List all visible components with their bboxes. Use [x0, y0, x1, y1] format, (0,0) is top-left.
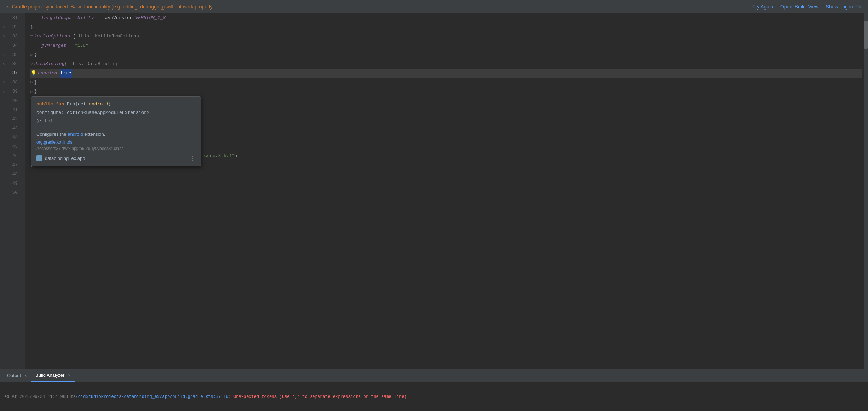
line-number-41: 41: [0, 105, 21, 115]
build-analyzer-tab-close[interactable]: ×: [68, 373, 70, 378]
fold-arrow-39[interactable]: ▷: [30, 87, 33, 96]
code-area: 31 ▷32 ▽33 34 ▷35 ▽36 37 ▷38 ▷39 40 41 4…: [0, 13, 868, 369]
line-number-32: ▷32: [0, 23, 21, 32]
line-number-37: 37: [0, 69, 21, 78]
bottom-panel: Output × Build Analyzer × ed At 2023/09/…: [0, 369, 868, 411]
tooltip-secondary-info: Accessors377twfxlhpj2n65rquy9ybeqsKt.cla…: [36, 146, 196, 151]
tooltip-popup: public fun Project.android( configure: A…: [31, 96, 201, 166]
line-number-36: ▽36: [0, 59, 21, 69]
line-number-39: ▷39: [0, 87, 21, 96]
show-log-button[interactable]: Show Log in File: [826, 4, 862, 10]
line-number-31: 31: [0, 13, 21, 23]
android-link[interactable]: android: [68, 132, 83, 137]
code-line-33: ▽kotlinOptions { this: KotlinJvmOptions: [30, 32, 862, 41]
tab-build-analyzer[interactable]: Build Analyzer ×: [31, 369, 75, 382]
line-number-35: ▷35: [0, 50, 21, 59]
line-numbers-gutter: 31 ▷32 ▽33 34 ▷35 ▽36 37 ▷38 ▷39 40 41 4…: [0, 13, 25, 369]
file-icon: [36, 155, 42, 161]
tooltip-signature-line3: ): Unit: [36, 117, 196, 126]
code-line-36: ▽dataBinding{ this: DataBinding: [30, 59, 862, 69]
line-number-44: 44: [0, 133, 21, 142]
status-error-message: : Unexpected tokens (use ';' to separate…: [228, 394, 407, 399]
tooltip-source-link[interactable]: org.gradle.kotlin.dsl: [36, 140, 196, 145]
bottom-status-bar: ed At 2023/09/24 11:4 983 ms /oidStudioP…: [0, 382, 868, 411]
bottom-tabs: Output × Build Analyzer ×: [0, 369, 868, 382]
open-build-view-button[interactable]: Open 'Build' View: [780, 4, 819, 10]
error-message: Gradle project sync failed. Basic functi…: [12, 4, 753, 10]
line-number-40: 40: [0, 96, 21, 105]
line-number-43: 43: [0, 124, 21, 133]
line-number-46: 46: [0, 151, 21, 161]
tooltip-file-row[interactable]: databinding_ex.app: [36, 154, 196, 162]
try-again-button[interactable]: Try Again: [752, 4, 773, 10]
tooltip-header: public fun Project.android( configure: A…: [31, 97, 201, 128]
fold-arrow-33[interactable]: ▽: [30, 32, 33, 41]
line-number-34: 34: [0, 41, 21, 50]
tab-output[interactable]: Output ×: [3, 369, 31, 382]
line-number-50: 50: [0, 188, 21, 197]
line-number-47: 47: [0, 161, 21, 170]
cursor-selection: true: [60, 69, 71, 78]
code-line-31: targetCompatibility = JavaVersion.VERSIO…: [30, 13, 862, 23]
vertical-scrollbar[interactable]: [864, 13, 868, 369]
tooltip-body: Configures the android extension. org.gr…: [31, 128, 201, 166]
code-line-38: ▷}: [30, 78, 862, 87]
line-number-45: 45: [0, 142, 21, 151]
tooltip-signature-line1: public fun Project.android(: [36, 100, 196, 109]
error-icon: ⚠: [6, 3, 9, 10]
tooltip-signature-line2: configure: Action<BaseAppModuleExtension…: [36, 109, 196, 117]
status-prefix: ed At 2023/09/24 11:4 983 ms: [4, 394, 76, 399]
scrollbar-thumb[interactable]: [864, 21, 868, 49]
tooltip-file-name: databinding_ex.app: [45, 156, 85, 161]
status-path-link[interactable]: /oidStudioProjects/databinding_ex/app/bu…: [76, 394, 228, 399]
fold-arrow-38[interactable]: ▷: [30, 78, 33, 87]
tooltip-more-button[interactable]: ⋮: [188, 155, 198, 163]
line-number-33: ▽33: [0, 32, 21, 41]
output-tab-close[interactable]: ×: [24, 373, 27, 378]
code-line-32: }: [30, 23, 862, 32]
output-tab-label: Output: [7, 373, 21, 378]
warning-bulb-icon[interactable]: 💡: [30, 69, 36, 78]
error-bar: ⚠ Gradle project sync failed. Basic func…: [0, 0, 868, 13]
bottom-content: ed At 2023/09/24 11:4 983 ms /oidStudioP…: [0, 382, 868, 411]
code-editor: 31 ▷32 ▽33 34 ▷35 ▽36 37 ▷38 ▷39 40 41 4…: [0, 13, 868, 369]
code-line-37: 💡enabled true: [30, 69, 862, 78]
fold-arrow-36[interactable]: ▽: [30, 59, 33, 69]
code-line-35: ▷}: [30, 50, 862, 59]
error-actions: Try Again Open 'Build' View Show Log in …: [752, 4, 862, 10]
code-line-39: ▷}: [30, 87, 862, 96]
tooltip-description: Configures the android extension.: [36, 132, 196, 137]
line-number-48: 48: [0, 170, 21, 179]
code-line-34: jvmTarget = "1.8": [30, 41, 862, 50]
line-number-38: ▷38: [0, 78, 21, 87]
code-content[interactable]: targetCompatibility = JavaVersion.VERSIO…: [25, 13, 868, 369]
line-number-42: 42: [0, 115, 21, 124]
fold-arrow-35[interactable]: ▷: [30, 50, 33, 59]
build-analyzer-tab-label: Build Analyzer: [35, 372, 64, 378]
line-number-49: 49: [0, 179, 21, 188]
